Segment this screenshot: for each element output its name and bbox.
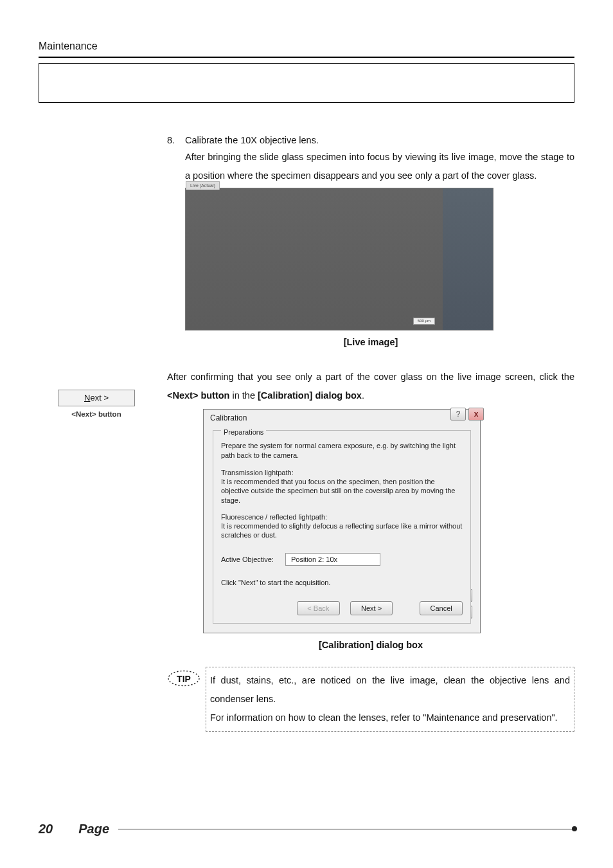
fluorescence-head: Fluorescence / reflected lightpath:: [221, 512, 463, 521]
next-button-label: <Next> button: [58, 409, 135, 420]
live-image-side-panel: [443, 188, 493, 330]
start-hint: Click "Next" to start the acquisition.: [221, 577, 463, 588]
next-button[interactable]: Next >: [350, 601, 393, 616]
step-number: 8.: [167, 134, 185, 148]
page-label: Page: [78, 819, 109, 838]
transmission-body: It is recommended that you focus on the …: [221, 477, 463, 505]
tip-badge: TIP: [167, 669, 200, 687]
preparations-legend: Preparations: [221, 428, 266, 436]
dialog-caption: [Calibration] dialog box: [167, 638, 574, 653]
prep-text: Prepare the system for normal camera exp…: [221, 441, 463, 460]
active-objective-value[interactable]: Position 2: 10x: [285, 553, 380, 566]
help-button[interactable]: ?: [450, 408, 466, 420]
close-button[interactable]: x: [468, 408, 484, 420]
dialog-title: Calibration: [204, 410, 480, 428]
live-image-tab: Live (Actual): [186, 181, 220, 190]
step-paragraph: After bringing the slide glass specimen …: [185, 148, 574, 185]
calibration-dialog: ? x Calibration: [203, 409, 481, 634]
transmission-head: Transmission lightpath:: [221, 468, 463, 477]
tip-box: If dust, stains, etc., are noticed on th…: [206, 667, 574, 732]
live-image-caption: [Live image]: [167, 336, 574, 350]
live-image-scale: 500 µm: [413, 318, 435, 325]
page-footer: 20 Page: [39, 819, 574, 838]
step-title: Calibrate the 10X objective lens.: [185, 134, 319, 148]
fluorescence-body: It is recommended to slightly defocus a …: [221, 521, 463, 540]
back-button: < Back: [297, 601, 340, 616]
next-button-illustration: Next >: [58, 390, 135, 406]
cancel-button[interactable]: Cancel: [420, 601, 463, 616]
margin-note: Next > <Next> button: [58, 390, 135, 420]
page-number: 20: [39, 819, 53, 838]
preparations-group: Preparations Prepare the system for norm…: [213, 430, 471, 624]
section-title: Maintenance: [39, 39, 574, 58]
header-empty-box: [39, 63, 574, 103]
after-text: After confirming that you see only a par…: [167, 368, 574, 405]
live-image-screenshot: Live (Actual) ▫ ▫ ▫ 500 µm: [185, 188, 493, 330]
active-objective-label: Active Objective:: [221, 554, 274, 565]
